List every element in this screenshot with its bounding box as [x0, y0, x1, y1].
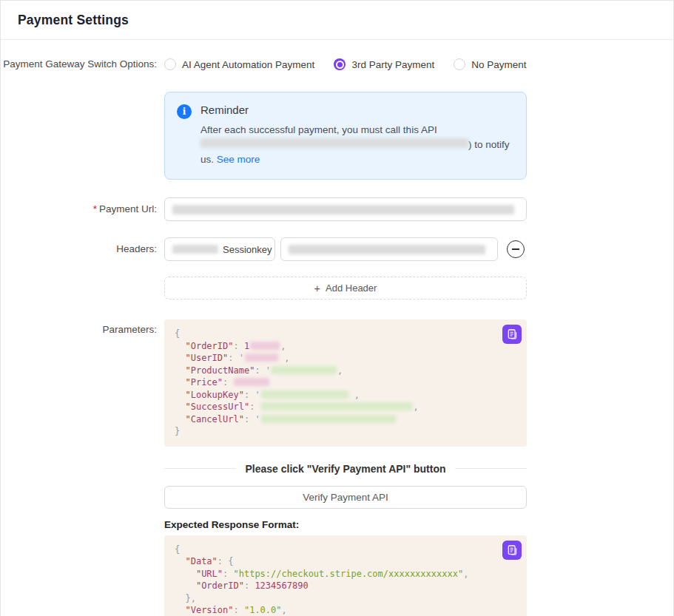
code-line: }	[175, 425, 516, 438]
redacted-value	[250, 342, 280, 350]
reminder-line1: After each successful payment, you must …	[200, 124, 437, 135]
page-header: Payment Settings	[1, 1, 673, 40]
code-segment: :	[244, 581, 255, 591]
page-content: Payment Gateway Switch Options: AI Agent…	[1, 40, 673, 616]
remove-header-button[interactable]	[507, 240, 525, 258]
code-segment	[175, 569, 196, 579]
radio-option-2[interactable]: No Payment	[454, 58, 526, 70]
plus-icon: +	[314, 282, 320, 294]
code-segment: ,	[280, 341, 286, 351]
code-segment: 1	[244, 341, 249, 351]
redacted-value	[245, 353, 278, 362]
headers-label: Headers:	[1, 243, 164, 256]
code-segment: "Data"	[185, 556, 217, 566]
radio-option-1[interactable]: 3rd Party Payment	[334, 58, 434, 70]
code-line: "OrderID": 1,	[175, 340, 516, 353]
code-line: "LookupKey": ' ,	[175, 389, 516, 402]
copy-parameters-button[interactable]	[502, 325, 522, 344]
header-value-input[interactable]	[280, 237, 498, 261]
header-key-input[interactable]: Sessionkey	[164, 237, 275, 261]
reminder-content: Reminder After each successful payment, …	[200, 104, 517, 167]
code-segment: : '	[228, 353, 244, 363]
code-line: "CancelUrl": '	[175, 413, 516, 426]
code-segment: "https://checkout.stripe.com/xxxxxxxxxxx…	[233, 569, 463, 579]
code-line: "Data": {	[175, 555, 516, 568]
payment-settings-page: Payment Settings Payment Gateway Switch …	[0, 0, 674, 616]
code-segment: "LookupKey"	[185, 390, 243, 400]
redacted-api-url	[200, 138, 468, 148]
reminder-title: Reminder	[200, 104, 517, 116]
code-segment: "OrderID"	[185, 341, 233, 351]
code-segment	[175, 414, 185, 424]
code-segment: :	[249, 402, 260, 412]
code-segment: "Version"	[185, 605, 233, 615]
redacted-value	[272, 366, 337, 374]
code-line: "Price":	[175, 376, 516, 389]
copy-expected-response-button[interactable]	[502, 541, 522, 560]
radio-option-label: 3rd Party Payment	[351, 59, 434, 70]
payment-url-row: *Payment Url:	[1, 197, 673, 221]
code-line: "UserID": ' ,	[175, 352, 516, 365]
code-line: {	[175, 544, 516, 556]
code-segment: "UserID"	[185, 353, 228, 363]
redacted-value	[261, 390, 348, 399]
code-segment: : '	[255, 365, 271, 376]
redacted-header-value	[289, 245, 485, 254]
verify-divider-text: Please click "Verify Payment API" button	[245, 463, 445, 475]
code-segment: "CancelUrl"	[185, 414, 243, 424]
code-line: },	[175, 592, 516, 605]
redacted-value	[261, 402, 413, 410]
payment-url-input[interactable]	[164, 197, 527, 221]
gateway-radio-group: AI Agent Automation Payment3rd Party Pay…	[164, 58, 526, 70]
code-segment: :	[233, 605, 243, 615]
gateway-switch-row: Payment Gateway Switch Options: AI Agent…	[1, 58, 673, 71]
code-segment	[175, 377, 185, 387]
code-segment: ,	[414, 402, 419, 412]
see-more-link[interactable]: See more	[217, 154, 260, 165]
radio-option-0[interactable]: AI Agent Automation Payment	[164, 58, 314, 70]
code-segment: : '	[244, 390, 260, 400]
code-segment: {	[175, 328, 180, 339]
page-title: Payment Settings	[18, 13, 656, 28]
code-segment: "URL"	[196, 569, 223, 579]
code-lines: { "OrderID": 1, "UserID": ' , "ProductNa…	[175, 328, 516, 438]
payment-url-label: *Payment Url:	[1, 203, 164, 216]
code-segment: :	[223, 569, 233, 579]
verify-divider: Please click "Verify Payment API" button	[164, 463, 527, 475]
add-header-button[interactable]: + Add Header	[164, 277, 527, 299]
info-icon: i	[177, 104, 192, 119]
code-segment: "1.0.0"	[244, 605, 282, 615]
code-segment: "Price"	[185, 377, 223, 387]
expected-response-code-block: { "Data": { "URL": "https://checkout.str…	[164, 535, 527, 616]
code-line: "SuccessUrl": ,	[175, 401, 516, 413]
divider-line-right	[455, 468, 527, 469]
copy-icon	[506, 328, 518, 340]
radio-unselected-icon[interactable]	[164, 58, 176, 70]
radio-unselected-icon[interactable]	[454, 58, 465, 70]
header-key-visible-text: Sessionkey	[223, 244, 272, 255]
code-segment: ,	[279, 353, 289, 363]
redacted-payment-url	[172, 205, 514, 214]
code-segment: : '	[244, 414, 260, 424]
code-segment	[175, 390, 185, 400]
code-line: "OrderID": 1234567890	[175, 580, 516, 592]
code-segment	[175, 341, 185, 351]
code-segment: :	[233, 341, 243, 351]
redacted-value	[261, 415, 396, 423]
gateway-switch-label: Payment Gateway Switch Options:	[1, 58, 164, 71]
code-segment: },	[175, 593, 196, 603]
code-segment: "SuccessUrl"	[185, 402, 249, 412]
parameters-label: Parameters:	[1, 319, 164, 336]
code-segment: :	[223, 377, 233, 387]
redacted-header-key	[172, 245, 218, 254]
code-segment	[175, 402, 185, 412]
required-asterisk: *	[93, 203, 97, 214]
reminder-alert: i Reminder After each successful payment…	[164, 92, 527, 180]
code-segment	[175, 556, 185, 566]
radio-selected-icon[interactable]	[334, 58, 346, 70]
verify-payment-api-button[interactable]: Verify Payment API	[164, 486, 527, 509]
code-segment: 1234567890	[255, 581, 308, 591]
code-segment: ,	[337, 365, 343, 376]
code-segment: "OrderID"	[196, 581, 244, 591]
radio-option-label: AI Agent Automation Payment	[182, 59, 314, 70]
